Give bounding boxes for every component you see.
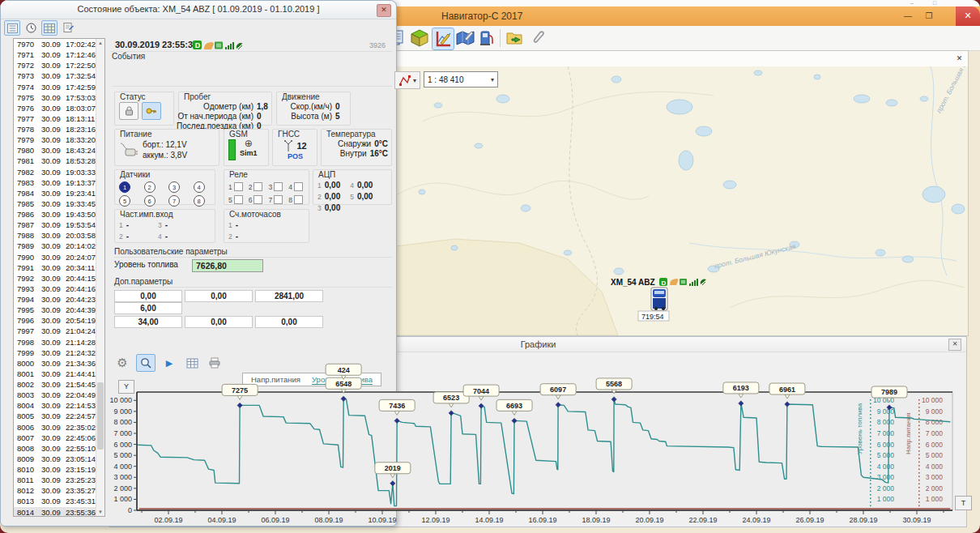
marker-point [739,401,744,406]
report-view-button[interactable] [60,20,76,36]
table-view-button[interactable] [41,20,58,36]
log-row[interactable]: 797030.0917:02:42 [14,39,104,49]
log-row[interactable]: 799230.0920:44:15 [14,273,104,284]
log-row[interactable]: 800830.0922:55:10 [14,443,104,454]
ignition-key-button[interactable] [142,102,161,120]
chart-zoom-button[interactable] [136,354,156,372]
chart-settings-button[interactable]: ⚙ [113,355,131,371]
relays-group-label: Реле [228,170,249,179]
log-row[interactable]: 800530.0922:24:57 [14,411,104,421]
scroll-up-icon[interactable]: ▲ [96,39,104,47]
log-scrollbar[interactable]: ▲ ▼ [96,39,104,516]
log-row[interactable]: 798630.0919:43:50 [14,209,104,220]
log-row[interactable]: 799530.0920:44:39 [14,305,104,315]
scroll-down-icon[interactable]: ▼ [96,508,104,516]
charts-close-icon[interactable]: ✕ [948,339,961,351]
relay-checkbox[interactable]: 7 [269,195,286,204]
open-toolbar-button[interactable] [505,28,526,49]
log-row[interactable]: 797430.0917:42:59 [14,82,104,92]
map-close-icon[interactable]: ✕ [954,53,965,64]
log-row[interactable]: 798030.0918:43:24 [14,145,104,156]
log-row[interactable]: 797230.0917:22:50 [14,60,104,70]
log-row[interactable]: 799030.0920:24:07 [14,252,104,262]
log-row[interactable]: 798130.0918:53:28 [14,156,104,166]
log-row[interactable]: 801330.0923:45:31 [14,496,104,506]
log-row[interactable]: 797830.0918:23:16 [14,124,104,134]
log-row[interactable]: 798230.0919:03:33 [14,167,104,177]
relay-checkbox[interactable]: 1 [228,182,245,191]
log-row[interactable]: 800930.0923:05:14 [14,454,104,464]
log-row[interactable]: 799830.0921:14:28 [14,337,104,348]
map-canvas[interactable]: ▾ 1 : 48 410 ▾ [390,66,968,335]
lock-button[interactable] [119,102,138,120]
relay-checkbox[interactable]: 2 [249,182,266,191]
log-row[interactable]: 800730.0922:45:06 [14,433,104,443]
legend-fuel-series[interactable]: Уровень топлива [312,375,373,385]
right-axis-dot [870,443,871,445]
log-row[interactable]: 797730.0918:13:11 [14,113,104,124]
log-row[interactable]: 801230.0923:35:27 [14,485,104,496]
log-list[interactable]: 797030.0917:02:42797130.0917:12:46797230… [13,38,105,517]
right-axis-tick-label: 5 000 [926,451,944,459]
toolbar-separator [500,29,501,47]
log-row[interactable]: 798830.0920:03:58 [14,230,104,241]
log-row[interactable]: 799330.0920:44:16 [14,284,104,294]
relay-checkbox[interactable]: 4 [288,182,305,191]
fuel-level-field[interactable]: 7626,80 [192,259,263,272]
log-row[interactable]: 799130.0920:34:11 [14,262,104,273]
attach-toolbar-button[interactable] [527,28,548,49]
log-row[interactable]: 801030.0923:15:19 [14,464,104,475]
fuel-toolbar-button[interactable] [476,28,497,49]
log-row[interactable]: 798330.0919:13:37 [14,177,104,188]
log-row[interactable]: 798530.0919:33:45 [14,198,104,209]
log-row[interactable]: 800630.0922:35:02 [14,422,104,433]
log-row[interactable]: 798930.0920:14:02 [14,241,104,251]
board-voltage: борт.: 12,1V [143,140,187,149]
t-axis-button[interactable]: T [955,496,972,510]
y-axis-button[interactable]: Y [118,380,134,394]
log-row[interactable]: 797530.0917:53:03 [14,92,104,103]
route-tool-button[interactable]: ▾ [394,71,420,89]
log-row[interactable]: 800030.0921:34:36 [14,358,104,369]
list-view-button[interactable] [4,20,20,36]
extra-param-cell: 0,00 [185,290,253,302]
log-row[interactable]: 797330.0917:32:54 [14,70,104,81]
close-button[interactable]: ✕ [956,6,980,26]
map-scale-select[interactable]: 1 : 48 410 ▾ [424,71,498,87]
vehicle-marker-time: 719:54 [641,313,664,321]
relay-checkbox[interactable]: 3 [269,182,286,191]
maximize-button[interactable]: ❐ [920,10,938,23]
log-row[interactable]: 800130.0921:44:41 [14,369,104,379]
chart-print-button[interactable] [206,355,224,371]
log-row[interactable]: 797930.0918:33:20 [14,134,104,145]
log-row[interactable]: 800230.0921:54:45 [14,379,104,390]
log-row[interactable]: 801130.0923:25:23 [14,475,104,485]
log-row[interactable]: 800330.0922:04:49 [14,390,104,400]
log-row[interactable]: 799730.0921:04:24 [14,326,104,336]
log-row[interactable]: 799430.0920:44:23 [14,294,104,305]
log-row[interactable]: 800430.0922:14:53 [14,400,104,411]
chart-table-button[interactable] [183,355,201,371]
minimize-button[interactable]: — [899,10,917,23]
layers-toolbar-button[interactable] [409,28,430,49]
charts-toolbar-button[interactable] [432,28,454,50]
relay-checkbox[interactable]: 8 [288,195,305,204]
object-state-close-icon[interactable]: ✕ [377,4,391,17]
relay-checkbox[interactable]: 6 [249,195,266,204]
log-row[interactable]: 799930.0921:24:32 [14,348,104,358]
log-row[interactable]: 797630.0918:03:07 [14,103,104,113]
legend-voltage-series[interactable]: Напр.питания [251,375,300,384]
log-row[interactable]: 798430.0919:23:41 [14,188,104,198]
log-row[interactable]: 799630.0920:54:19 [14,315,104,326]
log-row[interactable]: 798730.0919:53:54 [14,220,104,230]
log-row[interactable]: 801430.0923:55:36 [14,507,104,518]
log-row[interactable]: 797130.0917:12:46 [14,49,104,60]
layers-cube-icon [410,28,429,48]
extra-params-group: Доп.параметры 0,000,002841,006,00 34,000… [114,277,392,328]
chart-play-button[interactable]: ▶ [160,355,178,371]
scrollbar-thumb[interactable] [97,382,104,449]
right-axis-dot [918,480,920,481]
clock-view-button[interactable] [23,20,39,36]
relay-checkbox[interactable]: 5 [228,195,245,204]
map-edit-toolbar-button[interactable] [454,28,475,49]
